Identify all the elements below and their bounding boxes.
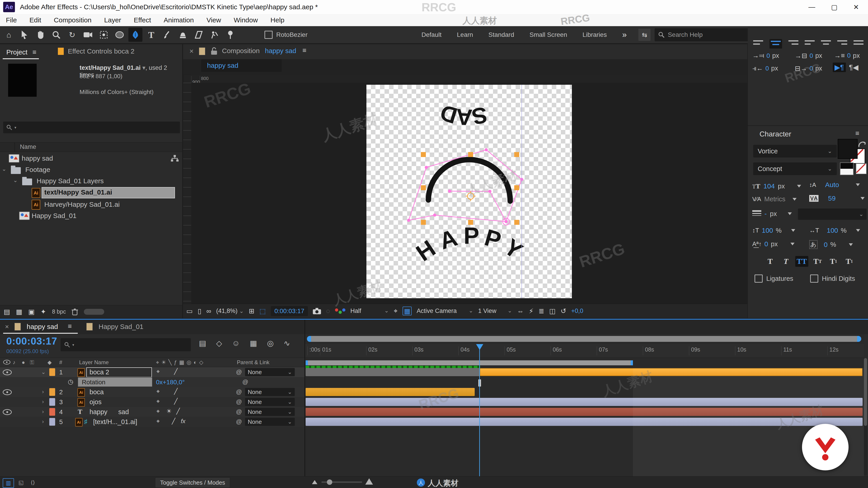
region-of-interest-icon[interactable]: ⌖ — [394, 307, 398, 315]
pan-behind-tool[interactable] — [97, 28, 111, 42]
tsume-dropdown[interactable] — [849, 243, 853, 246]
expand-in-out-icon[interactable]: ⟨⟩ — [28, 478, 38, 487]
column-label-icon[interactable]: ◆ — [48, 359, 52, 365]
pick-whip-icon[interactable]: @ — [236, 408, 242, 415]
timeline-tab-menu-icon[interactable]: ≡ — [68, 322, 72, 330]
collapse-switch[interactable]: ☀ — [166, 408, 172, 415]
motion-blur-icon[interactable]: ◎ — [267, 339, 274, 348]
camera-select[interactable]: Active Camera⌄ — [416, 307, 473, 315]
type-tool[interactable]: T — [144, 28, 158, 42]
selection-tool[interactable] — [18, 28, 32, 42]
menu-effect[interactable]: Effect — [134, 16, 151, 24]
workspace-learn[interactable]: Learn — [449, 31, 481, 38]
layer-visibility-toggle[interactable] — [3, 389, 12, 396]
viewer-area[interactable]: SAD H A P P Y — [191, 83, 747, 318]
layer-expander[interactable]: › — [42, 418, 44, 425]
mask-selection-overlay[interactable] — [366, 85, 572, 298]
timeline-tab-happy-sad[interactable]: happy sad — [27, 323, 58, 330]
workspace-settings-icon[interactable]: ⇆ — [638, 29, 651, 41]
work-area-end[interactable] — [631, 360, 633, 365]
layer-label-chip[interactable] — [49, 408, 55, 416]
shy-switch[interactable]: ⌖ — [156, 388, 160, 395]
vertical-ruler[interactable] — [183, 83, 191, 318]
comp-viewer-tab[interactable]: happy sad — [201, 59, 282, 72]
quality-switch[interactable]: ╱ — [174, 368, 178, 375]
pen-tool[interactable] — [128, 28, 143, 42]
layer-label-chip[interactable] — [49, 368, 55, 376]
layer-name[interactable]: happy sad — [90, 408, 129, 416]
brush-tool[interactable] — [160, 28, 174, 42]
indent-left-field[interactable]: →⫤0px — [752, 52, 779, 60]
layer-label-chip[interactable] — [49, 388, 55, 396]
project-panel-menu-icon[interactable]: ≡ — [32, 48, 36, 56]
no-fill-chip[interactable] — [856, 163, 867, 174]
font-family-dropdown-arrow[interactable]: ⌄ — [823, 145, 837, 158]
rotation-tool[interactable]: ↻ — [65, 28, 79, 42]
magnification-glasses-icon[interactable]: ∞ — [206, 307, 211, 315]
superscript-button[interactable]: T1 — [827, 256, 840, 267]
expand-layer-switches-icon[interactable]: ▥ — [3, 478, 14, 488]
clone-stamp-tool[interactable] — [176, 28, 190, 42]
workspace-default[interactable]: Default — [414, 31, 450, 38]
tracking-value[interactable]: 59 — [828, 195, 835, 202]
faux-italic-button[interactable]: T — [779, 256, 793, 267]
layer-expander[interactable]: › — [42, 389, 44, 395]
align-center-button[interactable] — [770, 39, 782, 48]
layer-row-5[interactable]: › 5 Ai ♯ [text/H..._01.ai] ⌖ ╱ fx @ None… — [0, 417, 305, 427]
pick-whip-icon[interactable]: @ — [242, 379, 248, 385]
timeline-navigator-bar[interactable] — [307, 336, 861, 342]
font-size-dropdown[interactable] — [797, 185, 801, 188]
ligatures-checkbox[interactable] — [754, 274, 763, 283]
interpret-footage-icon[interactable]: ▤ — [4, 308, 10, 316]
fill-color-swatch[interactable] — [838, 139, 858, 159]
tree-row-happy-sad-01[interactable]: Happy Sad_01 — [0, 210, 182, 221]
shy-switch[interactable]: ⌖ — [156, 398, 160, 405]
layer-expander[interactable]: › — [42, 398, 44, 405]
subscript-button[interactable]: T1 — [843, 256, 856, 267]
project-settings-icon[interactable]: ✦ — [40, 308, 46, 316]
always-preview-icon[interactable]: ▭ — [186, 307, 193, 315]
justify-last-right-button[interactable] — [837, 39, 847, 48]
rotation-property-row[interactable]: ◷ Rotation 0x+180,0° @ — [0, 377, 305, 387]
stroke-width-value[interactable]: - — [765, 210, 767, 218]
new-composition-icon[interactable]: ▣ — [28, 308, 35, 316]
zoom-in-mountain-icon[interactable] — [365, 478, 373, 485]
flowchart-button-icon[interactable]: ◫ — [549, 307, 556, 315]
playhead-line[interactable] — [479, 344, 480, 488]
layer-label-chip[interactable] — [49, 398, 55, 406]
layer-visibility-toggle[interactable] — [3, 409, 12, 416]
camera-tool[interactable] — [81, 28, 95, 42]
column-audio-icon[interactable]: ♪ — [13, 359, 16, 365]
current-timecode[interactable]: 0:00:03:17 — [6, 335, 57, 347]
baseline-shift-value[interactable]: 0 — [765, 240, 768, 248]
horizontal-scale-dropdown[interactable] — [856, 229, 860, 232]
kerning-dropdown[interactable] — [793, 198, 797, 201]
hindi-digits-checkbox[interactable] — [810, 274, 818, 283]
align-left-button[interactable] — [753, 39, 763, 48]
ruler-corner[interactable] — [183, 74, 192, 83]
menu-file[interactable]: File — [6, 16, 17, 24]
fx-switch[interactable]: fx — [181, 418, 185, 425]
tab-project[interactable]: Project — [6, 48, 27, 56]
space-after-field[interactable]: ⊟→0px — [795, 64, 822, 72]
shy-switch[interactable]: ⌖ — [156, 408, 160, 415]
main-display-icon[interactable]: ▯ — [197, 307, 202, 315]
maximize-button[interactable]: ▢ — [831, 3, 837, 11]
shy-switch[interactable]: ⌖ — [156, 418, 160, 425]
close-button[interactable]: ✕ — [853, 3, 859, 11]
space-before-field[interactable]: →⊟0px — [795, 52, 822, 60]
snapshot-camera-icon[interactable] — [313, 308, 321, 314]
pick-whip-icon[interactable]: @ — [236, 388, 242, 395]
expander-icon[interactable]: ⌄ — [2, 166, 6, 172]
layer-expander[interactable]: ⌄ — [41, 369, 46, 375]
work-area-start[interactable] — [306, 360, 308, 365]
timeline-scrollbar[interactable] — [864, 358, 867, 476]
layer-visibility-toggle[interactable] — [3, 369, 12, 376]
tree-row-harvey-happy-sad[interactable]: Ai Harvey/Happy Sad_01.ai — [0, 199, 182, 210]
workspace-overflow-chevron[interactable]: » — [614, 30, 634, 39]
column-header-name[interactable]: Name — [20, 143, 36, 151]
vertical-scale-dropdown[interactable] — [791, 229, 795, 232]
layer-name[interactable]: boca — [90, 388, 104, 396]
layer-row-4[interactable]: › 4 T happy sad ⌖ ☀ ╱ @ None⌄ — [0, 407, 305, 417]
quality-switch[interactable]: ╱ — [172, 418, 176, 425]
